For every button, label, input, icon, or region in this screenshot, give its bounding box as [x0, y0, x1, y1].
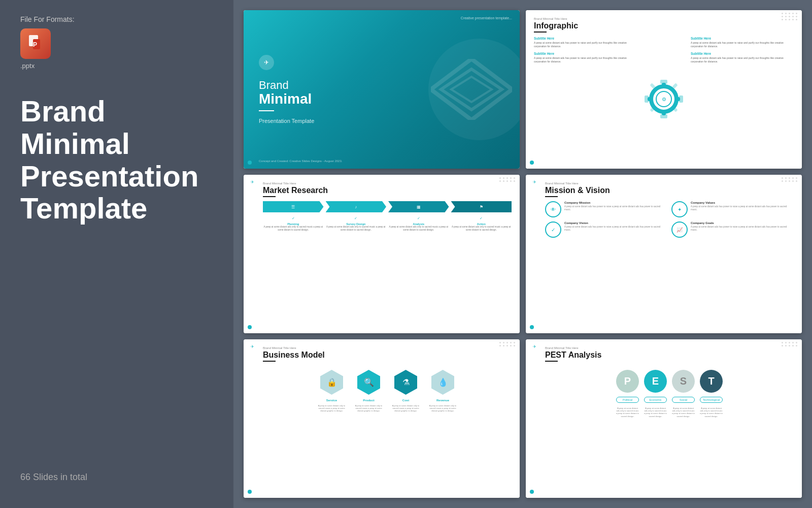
mission-title: Mission & Vision — [545, 186, 794, 195]
mission-item-4: 📈 Company Goals A peep at some distant a… — [671, 221, 794, 238]
pest-title: PEST Analysis — [545, 351, 794, 360]
pest-desc-1: A peep at some distant ads only to sacre… — [616, 407, 639, 418]
hexagon-1: 🔒 — [318, 368, 346, 396]
slide-business-card[interactable]: ✈ Brand Minimal Title Here Business Mode… — [244, 339, 520, 498]
info-item-3: Subtitle Here A peep at some distant ads… — [691, 37, 794, 48]
info-subtitle-2: Subtitle Here — [534, 52, 637, 55]
corner-dot-business — [248, 490, 252, 494]
hex-title-1: Service — [326, 399, 337, 402]
check-3: ✓ — [388, 216, 449, 220]
hex-text-1: A peep at some distant only to sacred mu… — [315, 404, 348, 412]
infographic-left: Subtitle Here A peep at some distant ads… — [534, 37, 637, 162]
pest-desc-4: A peep at some distant ads only to sacre… — [700, 407, 723, 418]
mission-icon-3: ✓ — [545, 221, 561, 238]
step3-icon: ▦ — [417, 205, 421, 209]
slide-infographic-card[interactable]: Brand Minimal Title Here Infographic Sub… — [526, 10, 802, 169]
infographic-right: Subtitle Here A peep at some distant ads… — [691, 37, 794, 162]
check-2: ✓ — [326, 216, 387, 220]
slide-pest-card[interactable]: ✈ Brand Minimal Title Here PEST Analysis… — [526, 339, 802, 498]
market-brand: Brand Minimal Title Here — [263, 182, 512, 185]
mission-icon-2: ✦ — [671, 201, 688, 217]
slide-business: ✈ Brand Minimal Title Here Business Mode… — [244, 339, 520, 498]
hex-icon-1: 🔒 — [327, 377, 337, 387]
business-title: Business Model — [263, 351, 512, 360]
infographic-brand: Brand Minimal Title Here — [534, 17, 794, 20]
market-content: Brand Minimal Title Here Market Research… — [252, 182, 512, 232]
hex-title-2: Product — [363, 399, 375, 402]
slide-market-research: ✈ Brand Minimal Title Here Market Resear… — [244, 175, 520, 333]
hex-text-3: A peep at some distant only to sacred mu… — [389, 404, 422, 412]
hexagon-3: ⚗ — [392, 368, 420, 396]
mission-icon-1: 👁 — [545, 201, 561, 217]
pest-t-circle: T — [700, 370, 723, 393]
corner-dots-market — [499, 177, 516, 182]
cover-line — [259, 110, 274, 111]
left-panel: File For Formats: P .pptx Brand Minimal … — [0, 0, 233, 508]
mission-title-line — [545, 196, 558, 197]
business-content: Brand Minimal Title Here Business Model … — [252, 346, 512, 415]
business-brand: Brand Minimal Title Here — [263, 346, 512, 350]
pest-label-social: Social — [672, 397, 695, 403]
pest-s-circle: S — [672, 370, 695, 393]
cover-small-text: Creative presentation template... — [461, 16, 512, 20]
slide-grid: ✈ Brand Minimal Presentation Template Cr… — [233, 0, 812, 508]
corner-dots-mission — [782, 177, 798, 182]
check-marks: ✓ ✓ ✓ ✓ — [263, 216, 512, 220]
slide-cover: ✈ Brand Minimal Presentation Template Cr… — [244, 10, 520, 169]
pest-label-political: Political — [616, 397, 639, 403]
corner-dot-mission — [530, 325, 534, 329]
slide-cover-card[interactable]: ✈ Brand Minimal Presentation Template Cr… — [244, 10, 520, 169]
pest-content: Brand Minimal Title Here PEST Analysis P… — [534, 346, 794, 420]
file-format-section: File For Formats: P .pptx — [20, 15, 213, 70]
main-title: Brand Minimal Presentation Template — [20, 95, 213, 225]
pest-p-circle: P — [616, 370, 639, 393]
market-arrows: ☰ ♪ ▦ ⚑ — [263, 201, 512, 212]
infographic-body: Subtitle Here A peep at some distant ads… — [534, 37, 794, 162]
market-label-3: Analysis A peep at some distant ads only… — [388, 223, 449, 232]
pest-title-line — [545, 361, 558, 362]
mission-grid: 👁 Company Mission A peep at some distant… — [545, 201, 794, 238]
hex-text-4: A peep at some distant only to sacred mu… — [426, 404, 459, 412]
business-hexagons: 🔒 Service A peep at some distant only to… — [263, 366, 512, 415]
svg-text:P: P — [33, 41, 37, 48]
market-label-1: Planning A peep at some distant ads only… — [263, 223, 324, 232]
gear-puzzle-svg: ⚙ — [641, 76, 687, 122]
hex-icon-2: 🔍 — [364, 377, 374, 387]
cover-footer: Concept and Created: Creative Slides Des… — [259, 160, 342, 163]
pest-label-technological: Technological — [700, 397, 723, 403]
pest-desc-3: A peep at some distant ads only to sacre… — [672, 407, 695, 418]
hex-title-3: Cost — [402, 399, 409, 402]
corner-dot-infographic — [530, 161, 534, 165]
mission-icon-4: 📈 — [671, 221, 688, 238]
hex-title-4: Revenue — [436, 399, 449, 402]
mission-content: Brand Minimal Title Here Mission & Visio… — [534, 182, 794, 238]
pest-brand: Brand Minimal Title Here — [545, 346, 794, 350]
market-title: Market Research — [263, 186, 512, 195]
slide-pest: ✈ Brand Minimal Title Here PEST Analysis… — [526, 339, 802, 498]
info-text-3: A peep at some distant ads has power to … — [691, 41, 794, 48]
pest-e-letter: E — [652, 375, 659, 387]
svg-rect-14 — [645, 96, 649, 103]
infographic-title: Infographic — [534, 21, 794, 30]
info-subtitle-4: Subtitle Here — [691, 52, 794, 55]
svg-marker-5 — [451, 77, 492, 102]
hex-icon-3: ⚗ — [402, 377, 410, 387]
slide-mission-card[interactable]: ✈ Brand Minimal Title Here Mission & Vis… — [526, 175, 802, 333]
slide-market-research-card[interactable]: ✈ Brand Minimal Title Here Market Resear… — [244, 175, 520, 333]
pest-desc-2: A peep at some distant ads only to sacre… — [644, 407, 667, 418]
info-text-1: A peep at some distant ads has power to … — [534, 41, 637, 48]
business-corner-icon: ✈ — [251, 344, 254, 349]
corner-dots-business — [499, 342, 516, 346]
info-text-2: A peep at some distant ads has power to … — [534, 56, 637, 63]
pest-corner-icon: ✈ — [533, 344, 536, 349]
check-1: ✓ — [263, 216, 324, 220]
svg-rect-15 — [679, 96, 683, 103]
arrow-step-3: ▦ — [388, 201, 449, 212]
pest-descriptions: A peep at some distant ads only to sacre… — [545, 404, 794, 420]
pest-s-letter: S — [680, 375, 687, 387]
pptx-icon-letter: P — [27, 34, 44, 54]
hexagon-2: 🔍 — [355, 368, 383, 396]
info-subtitle-3: Subtitle Here — [691, 37, 794, 40]
market-label-2: Survey Design A peep at some distant ads… — [326, 223, 387, 232]
slide-mission: ✈ Brand Minimal Title Here Mission & Vis… — [526, 175, 802, 333]
